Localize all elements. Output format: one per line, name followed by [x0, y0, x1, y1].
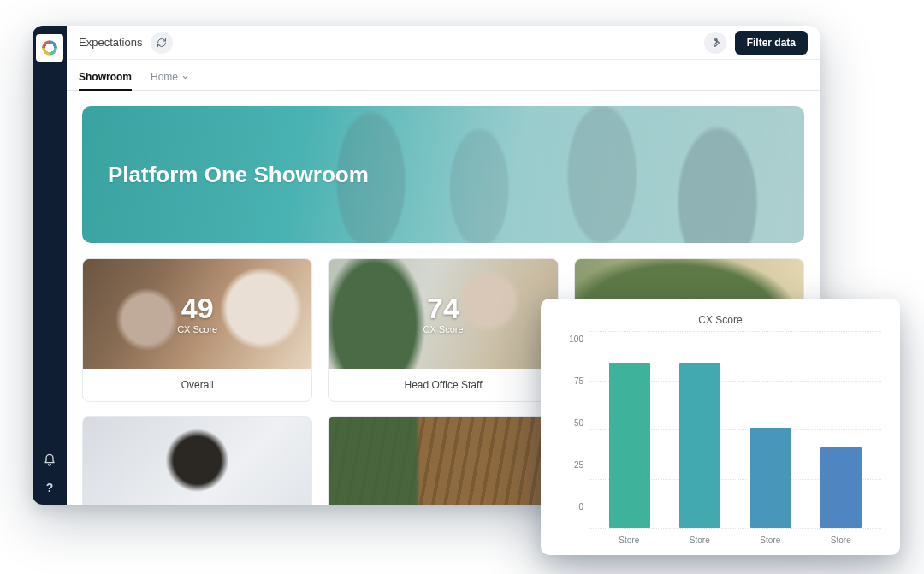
page-title: Expectations	[79, 36, 142, 49]
y-tick: 0	[578, 502, 583, 512]
chart-bar	[679, 363, 720, 528]
x-tick: Store	[619, 536, 639, 545]
card-score: 74	[427, 293, 459, 323]
card-caption: Overall	[83, 369, 311, 401]
chart-plot-area	[589, 331, 881, 529]
tab-home[interactable]: Home	[151, 71, 189, 90]
cx-score-chart-card: CX Score 100 75 50 25 0 StoreStoreStoreS…	[541, 299, 900, 555]
card-image	[83, 417, 311, 505]
chart-bar	[820, 447, 862, 528]
help-icon[interactable]: ?	[46, 481, 54, 494]
top-bar: Expectations Filter data	[67, 26, 820, 60]
refresh-button[interactable]	[151, 32, 173, 54]
score-card-5[interactable]	[328, 416, 558, 505]
app-logo[interactable]	[36, 34, 63, 62]
hero-title: Platform One Showroom	[108, 162, 369, 188]
wrench-icon	[709, 37, 720, 48]
score-card-4[interactable]	[82, 416, 312, 505]
filter-data-button[interactable]: Filter data	[735, 31, 808, 55]
y-tick: 100	[569, 334, 583, 344]
tab-label: Home	[151, 71, 178, 83]
score-card-head-office[interactable]: 74 CX Score Head Office Staff	[328, 258, 558, 402]
chevron-down-icon	[181, 74, 189, 81]
tab-showroom[interactable]: Showroom	[79, 71, 132, 91]
chart-x-axis: StoreStoreStoreStore	[560, 529, 881, 545]
card-score-label: CX Score	[177, 324, 217, 334]
bell-icon[interactable]	[43, 453, 56, 467]
tab-label: Showroom	[79, 71, 132, 83]
chart-bar	[609, 363, 650, 528]
chart-y-axis: 100 75 50 25 0	[560, 331, 589, 529]
logo-ring-icon	[42, 40, 57, 56]
refresh-icon	[157, 38, 167, 48]
card-score-label: CX Score	[423, 324, 463, 334]
chart-title: CX Score	[560, 314, 881, 326]
y-tick: 25	[574, 460, 583, 470]
y-tick: 75	[574, 376, 583, 386]
x-tick: Store	[831, 536, 851, 545]
x-tick: Store	[690, 536, 710, 545]
card-score: 49	[181, 293, 214, 323]
score-card-overall[interactable]: 49 CX Score Overall	[82, 258, 312, 402]
card-image	[329, 417, 557, 505]
card-image: 49 CX Score	[83, 259, 311, 369]
y-tick: 50	[574, 418, 583, 428]
settings-button[interactable]	[704, 32, 726, 54]
side-rail: ?	[33, 26, 67, 505]
hero-banner: Platform One Showroom	[82, 106, 804, 243]
chart-bar	[750, 428, 791, 528]
card-caption: Head Office Staff	[329, 369, 557, 401]
chart-body: 100 75 50 25 0	[560, 331, 881, 529]
tab-bar: Showroom Home	[67, 60, 820, 91]
chart-bars	[589, 331, 881, 528]
card-image: 74 CX Score	[329, 259, 557, 369]
x-tick: Store	[760, 536, 780, 545]
